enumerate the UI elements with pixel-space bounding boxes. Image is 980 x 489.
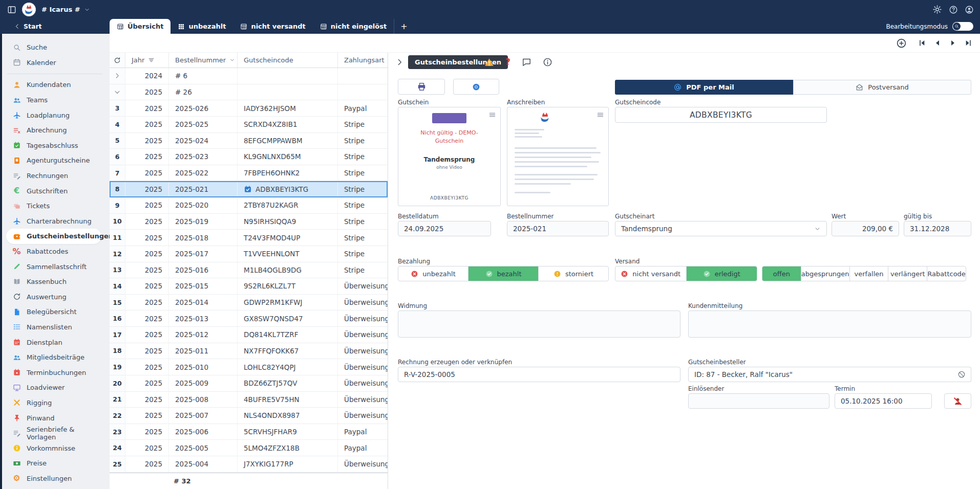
- group-expander[interactable]: [110, 68, 125, 84]
- sidebar-item-rabattcodes[interactable]: %Rabattcodes: [2, 244, 101, 259]
- workspace-switcher[interactable]: # Icarus #: [41, 6, 90, 13]
- tab-unbezahlt[interactable]: unbezahlt: [171, 19, 233, 34]
- column-header-gutscheincode[interactable]: Gutscheincode: [238, 53, 338, 68]
- table-row[interactable]: 520252025-0248EFGCMPPAWBMStripe: [110, 133, 388, 149]
- sidebar-item-vorkommnisse[interactable]: Vorkommnisse: [2, 440, 101, 456]
- kundenmitteilung-textarea[interactable]: [688, 310, 971, 338]
- table-group-row[interactable]: 2024# 6: [110, 68, 388, 84]
- account-icon[interactable]: [965, 5, 974, 14]
- bestellnummer-field[interactable]: 2025-021: [507, 221, 609, 236]
- sidebar-item-serienbriefe-vorlagen[interactable]: Serienbriefe & Vorlagen: [2, 426, 101, 441]
- page-next-icon[interactable]: [949, 39, 957, 47]
- status-option-abgesprungen[interactable]: abgesprungen: [801, 266, 849, 281]
- gutscheinbesteller-field[interactable]: ID: 87 - Becker, Ralf "Icarus": [688, 367, 953, 382]
- brand-logo[interactable]: [22, 3, 36, 16]
- tab-übersicht[interactable]: Übersicht: [110, 19, 171, 34]
- print-voucher-button[interactable]: [398, 79, 445, 95]
- sidebar-item-rechnungen[interactable]: Rechnungen: [2, 168, 101, 184]
- edit-mode-toggle[interactable]: [952, 22, 973, 31]
- voucher-preview[interactable]: Nicht gültig - DEMO- Gutschein Tandemspr…: [398, 107, 501, 206]
- sidebar-item-charterabrechnung[interactable]: Charterabrechnung: [2, 214, 101, 229]
- chat-bubble-icon[interactable]: [522, 57, 531, 67]
- sidebar-item-auswertung[interactable]: Auswertung: [2, 290, 101, 305]
- table-row[interactable]: 1820252025-011NX7FFQFOKK67Überweisung: [110, 343, 388, 360]
- sidebar-item-preise[interactable]: Preise: [2, 456, 101, 471]
- status-option-verfallen[interactable]: verfallen: [849, 266, 888, 281]
- versand-option-erledigt[interactable]: erledigt: [686, 266, 757, 281]
- info-circle-icon[interactable]: [543, 57, 552, 67]
- sidebar-item-belegübersicht[interactable]: Belegübersicht: [2, 304, 101, 320]
- gutscheinart-select[interactable]: Tandemsprung: [615, 221, 827, 236]
- table-row[interactable]: 1720252025-012DQ814KL7TZRFÜberweisung: [110, 327, 388, 343]
- letter-preview[interactable]: [507, 107, 609, 206]
- table-row[interactable]: 2420252025-0055LMO4ZFZX18BPaypal: [110, 440, 388, 456]
- add-tab-button[interactable]: +: [394, 19, 413, 34]
- bezahlung-option-unbezahlt[interactable]: unbezahlt: [398, 266, 468, 281]
- column-header-bestellnummer[interactable]: Bestellnummer: [169, 53, 238, 68]
- wert-field[interactable]: 209,00 €: [832, 221, 899, 236]
- table-row[interactable]: 420252025-025SCRXD4XZ8IB1Stripe: [110, 117, 388, 133]
- sidebar-item-sammellastschrift[interactable]: Sammellastschrift: [2, 259, 101, 274]
- table-row[interactable]: 1120252025-018T24V3FMOD4UPStripe: [110, 230, 388, 246]
- sidebar-item-gutschriften[interactable]: €Gutschriften: [2, 183, 101, 198]
- table-row[interactable]: 1920252025-010LOHLC82Y4QPJÜberweisung: [110, 359, 388, 375]
- bezahlung-option-bezahlt[interactable]: bezahlt: [468, 266, 538, 281]
- sidebar-item-terminbuchungen[interactable]: Terminbuchungen: [2, 365, 101, 380]
- termin-field[interactable]: 05.10.2025 16:00: [835, 393, 932, 409]
- sidebar-item-tagesabschluss[interactable]: Tagesabschluss: [2, 138, 101, 153]
- group-expander[interactable]: [110, 84, 125, 100]
- gueltig-bis-field[interactable]: 31.12.2028: [904, 221, 971, 236]
- table-row[interactable]: 920252025-0202TBY87U2KAGRStripe: [110, 197, 388, 214]
- table-row[interactable]: 320252025-026IADY362HJSOMPaypal: [110, 100, 388, 117]
- gutscheincode-field[interactable]: ADBXBEYI3KTG: [615, 107, 827, 123]
- table-row[interactable]: 820252025-021ADBXBEYI3KTGStripe: [110, 181, 388, 197]
- sidebar-item-loadplanung[interactable]: Loadplanung: [2, 107, 101, 123]
- preview-menu-icon[interactable]: [596, 111, 604, 121]
- settings-gear-icon[interactable]: [932, 5, 942, 14]
- sidebar-item-rigging[interactable]: Rigging: [2, 395, 101, 411]
- page-prev-icon[interactable]: [933, 39, 942, 47]
- preview-badge-button[interactable]: [453, 79, 499, 95]
- einloesender-field[interactable]: [688, 393, 829, 409]
- sidebar-item-mitgliedsbeiträge[interactable]: Mitgliedsbeiträge: [2, 350, 101, 365]
- sidebar-item-teams[interactable]: Teams: [2, 93, 101, 108]
- page-last-icon[interactable]: [964, 39, 972, 47]
- tab-nicht-versandt[interactable]: nicht versandt: [233, 19, 312, 34]
- table-row[interactable]: 1320252025-016M1LB4OGLB9DGStripe: [110, 262, 388, 279]
- table-row[interactable]: 1020252025-019N95IRHSIQQA9Stripe: [110, 214, 388, 230]
- back-button[interactable]: Start: [0, 19, 110, 34]
- bestelldatum-field[interactable]: 24.09.2025: [398, 221, 491, 236]
- sidebar-item-kassenbuch[interactable]: Kassenbuch: [2, 274, 101, 290]
- table-row[interactable]: 1220252025-017T1VVEEHNLONTStripe: [110, 246, 388, 262]
- tab-nicht-eingelöst[interactable]: nicht eingelöst: [313, 19, 394, 34]
- versand-option-nicht-versandt[interactable]: nicht versandt: [615, 266, 686, 281]
- panel-collapse-icon[interactable]: [395, 58, 404, 66]
- sidebar-item-dienstplan[interactable]: Dienstplan: [2, 335, 101, 350]
- table-row[interactable]: 2120252025-0084BUFRE5V75HNÜberweisung: [110, 392, 388, 408]
- sidebar-item-einstellungen[interactable]: ⚙Einstellungen: [2, 471, 101, 486]
- remove-redeemer-button[interactable]: [944, 393, 971, 409]
- column-header-jahr[interactable]: Jahr: [125, 53, 169, 68]
- sidebar-item-pinwand[interactable]: Pinwand: [2, 410, 101, 426]
- add-record-icon[interactable]: [896, 38, 907, 49]
- sidebar-item-kundendaten[interactable]: Kundendaten: [2, 77, 101, 93]
- pdf-per-mail-button[interactable]: PDF per Mail: [615, 80, 793, 95]
- rechnung-field[interactable]: R-V-2025-0005: [398, 367, 680, 382]
- bezahlung-option-storniert[interactable]: storniert: [538, 266, 608, 281]
- status-option-verlängert[interactable]: verlängert: [888, 266, 927, 281]
- unlink-customer-button[interactable]: [952, 367, 971, 382]
- sidebar-item-suche[interactable]: Suche: [2, 40, 101, 55]
- warning-triangle-icon[interactable]: [484, 57, 494, 67]
- widmung-textarea[interactable]: [398, 310, 680, 338]
- table-row[interactable]: 2520252025-004J7XYKIG177RPÜberweisung: [110, 456, 388, 473]
- table-row[interactable]: 1520252025-014GDWP2RM1KFWJÜberweisung: [110, 295, 388, 311]
- status-option-rabattcode[interactable]: Rabattcode: [927, 266, 966, 281]
- sidebar-item-loadviewer[interactable]: Loadviewer: [2, 380, 101, 395]
- column-header-zahlungsart[interactable]: Zahlungsart: [338, 53, 391, 68]
- group-by-icon[interactable]: [148, 57, 155, 63]
- page-first-icon[interactable]: [918, 39, 926, 47]
- table-row[interactable]: 2220252025-007NLS4ONDX8987Überweisung: [110, 408, 388, 424]
- sidebar-item-kalender[interactable]: Kalender: [2, 55, 101, 71]
- refresh-column-header[interactable]: [110, 53, 125, 68]
- table-row[interactable]: 2020252025-009BDZ66ZTJ57QVÜberweisung: [110, 375, 388, 392]
